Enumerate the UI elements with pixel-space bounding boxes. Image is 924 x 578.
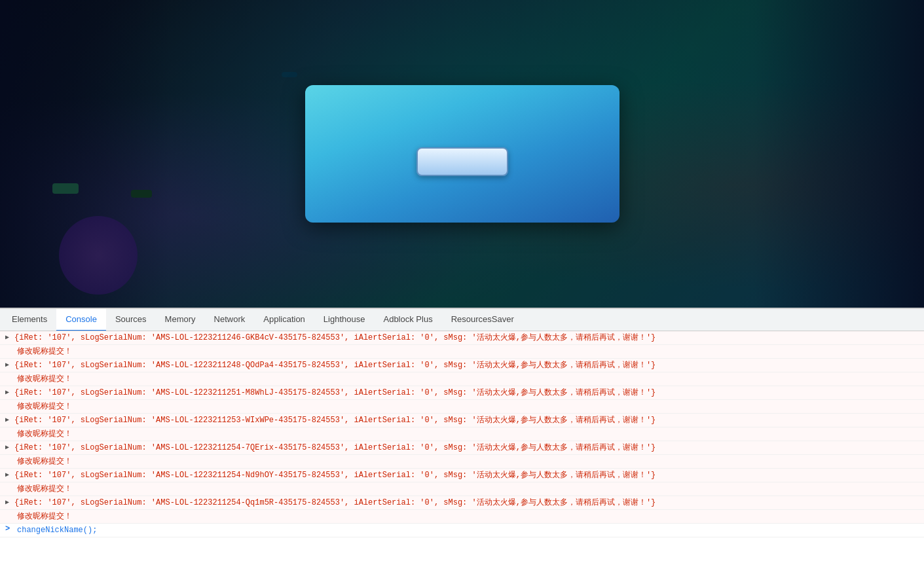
console-log-text: 修改昵称提交！ <box>17 511 919 522</box>
tab-resources-saver[interactable]: ResourcesSaver <box>442 309 523 331</box>
console-row: 修改昵称提交！ <box>0 372 924 386</box>
expand-icon[interactable]: ▶ <box>5 416 12 424</box>
modal-overlay <box>0 0 924 308</box>
expand-icon[interactable]: ▶ <box>5 361 12 369</box>
console-log-text: 修改昵称提交！ <box>17 401 919 412</box>
console-log-text: {iRet: '107', sLogSerialNum: 'AMS-LOL-12… <box>14 442 919 454</box>
console-row: 修改昵称提交！ <box>0 482 924 496</box>
console-log-text: {iRet: '107', sLogSerialNum: 'AMS-LOL-12… <box>14 414 919 426</box>
tab-sources[interactable]: Sources <box>106 309 156 331</box>
console-row: ▶{iRet: '107', sLogSerialNum: 'AMS-LOL-1… <box>0 469 924 482</box>
console-content[interactable]: ▶{iRet: '107', sLogSerialNum: 'AMS-LOL-1… <box>0 331 924 578</box>
console-log-text: {iRet: '107', sLogSerialNum: 'AMS-LOL-12… <box>14 469 919 481</box>
console-log-text: 修改昵称提交！ <box>17 428 919 440</box>
console-row: ▶{iRet: '107', sLogSerialNum: 'AMS-LOL-1… <box>0 386 924 400</box>
expand-icon[interactable]: ▶ <box>5 443 12 451</box>
console-log-text: {iRet: '107', sLogSerialNum: 'AMS-LOL-12… <box>14 332 919 344</box>
console-row: ▶{iRet: '107', sLogSerialNum: 'AMS-LOL-1… <box>0 414 924 427</box>
devtools-tabs-bar: Elements Console Sources Memory Network … <box>0 309 924 331</box>
console-row: ▶{iRet: '107', sLogSerialNum: 'AMS-LOL-1… <box>0 359 924 372</box>
modal-confirm-button[interactable] <box>416 147 508 176</box>
expand-icon[interactable]: ▶ <box>5 333 12 341</box>
prompt-indicator: > <box>5 524 14 533</box>
tab-console[interactable]: Console <box>56 309 106 331</box>
expand-icon[interactable]: ▶ <box>5 471 12 479</box>
tab-lighthouse[interactable]: Lighthouse <box>314 309 375 331</box>
console-row: 修改昵称提交！ <box>0 400 924 414</box>
expand-icon[interactable]: ▶ <box>5 498 12 506</box>
console-prompt-text[interactable]: changeNickName(); <box>17 524 919 536</box>
console-row: ▶{iRet: '107', sLogSerialNum: 'AMS-LOL-1… <box>0 441 924 455</box>
modal-dialog <box>305 85 619 223</box>
console-row: ▶{iRet: '107', sLogSerialNum: 'AMS-LOL-1… <box>0 496 924 510</box>
expand-icon[interactable]: ▶ <box>5 388 12 396</box>
tab-application[interactable]: Application <box>254 309 314 331</box>
console-row: ▶{iRet: '107', sLogSerialNum: 'AMS-LOL-1… <box>0 331 924 345</box>
console-log-text: 修改昵称提交！ <box>17 373 919 385</box>
devtools-panel: Elements Console Sources Memory Network … <box>0 308 924 578</box>
tab-memory[interactable]: Memory <box>156 309 205 331</box>
console-row: 修改昵称提交！ <box>0 510 924 524</box>
tab-network[interactable]: Network <box>205 309 255 331</box>
console-row: >changeNickName(); <box>0 524 924 537</box>
console-log-text: 修改昵称提交！ <box>17 346 919 357</box>
console-log-text: {iRet: '107', sLogSerialNum: 'AMS-LOL-12… <box>14 359 919 371</box>
console-row: 修改昵称提交！ <box>0 455 924 469</box>
console-log-text: 修改昵称提交！ <box>17 456 919 467</box>
game-area <box>0 0 924 308</box>
console-log-text: 修改昵称提交！ <box>17 483 919 495</box>
tab-elements[interactable]: Elements <box>3 309 56 331</box>
console-row: 修改昵称提交！ <box>0 345 924 359</box>
browser-viewport: Elements Console Sources Memory Network … <box>0 0 924 578</box>
console-log-text: {iRet: '107', sLogSerialNum: 'AMS-LOL-12… <box>14 497 919 509</box>
console-row: 修改昵称提交！ <box>0 427 924 441</box>
console-log-text: {iRet: '107', sLogSerialNum: 'AMS-LOL-12… <box>14 387 919 399</box>
tab-adblock-plus[interactable]: Adblock Plus <box>374 309 441 331</box>
